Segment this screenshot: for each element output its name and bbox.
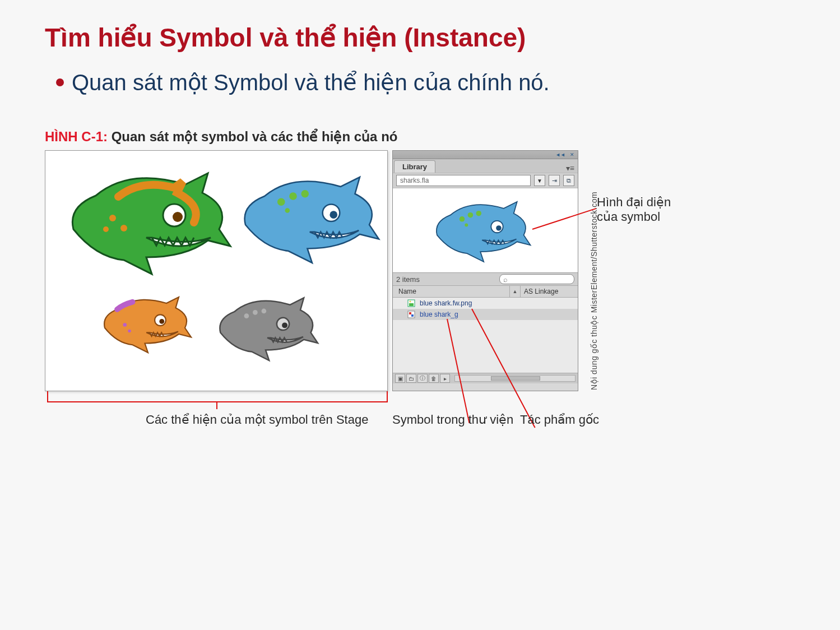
bullet-dot-icon [56, 78, 64, 86]
svg-point-4 [103, 226, 109, 232]
figure-caption: HÌNH C-1: Quan sát một symbol và các thể… [45, 129, 795, 145]
library-column-headers: Name ▲ AS Linkage [393, 286, 578, 298]
svg-point-9 [301, 190, 309, 198]
sort-arrow-icon[interactable]: ▲ [510, 286, 521, 297]
bracket-stage-stem [216, 401, 217, 409]
document-name-field[interactable]: sharks.fla [396, 175, 531, 186]
svg-point-23 [468, 212, 474, 218]
svg-point-12 [159, 319, 164, 324]
annotation-preview-line1: Hình đại diện [597, 195, 671, 210]
properties-icon[interactable]: ⓘ [417, 374, 428, 383]
new-library-icon[interactable]: ⧉ [563, 175, 574, 186]
panel-topbar: ◄◄ ✕ [393, 151, 578, 159]
svg-point-18 [253, 310, 258, 315]
page-title: Tìm hiểu Symbol và thể hiện (Instance) [45, 22, 795, 53]
panel-bottom-toolbar: ▣ 🗀 ⓘ 🗑 ▸ [393, 373, 578, 383]
svg-point-10 [285, 208, 290, 213]
play-icon[interactable]: ▸ [440, 374, 450, 383]
collapse-icon[interactable]: ◄◄ [555, 152, 565, 158]
bitmap-icon [407, 299, 415, 307]
close-icon[interactable]: ✕ [570, 152, 574, 158]
svg-point-16 [282, 322, 287, 328]
delete-icon[interactable]: 🗑 [429, 374, 439, 383]
svg-point-13 [123, 323, 127, 327]
library-tab[interactable]: Library [394, 160, 435, 173]
svg-rect-31 [411, 314, 414, 317]
svg-point-6 [329, 211, 337, 219]
bullet-row: Quan sát một Symbol và thể hiện của chín… [56, 70, 795, 95]
image-credit: Nội dung gốc thuộc MisterElement/Shutter… [590, 192, 598, 390]
library-item[interactable]: blue shark.fw.png [393, 298, 578, 309]
svg-point-3 [120, 225, 127, 231]
svg-point-19 [262, 309, 267, 314]
panel-tab-row: Library ▾≡ [393, 159, 578, 173]
svg-point-17 [244, 313, 249, 318]
document-dropdown-icon[interactable]: ▼ [534, 175, 545, 186]
new-symbol-icon[interactable]: ▣ [395, 374, 405, 383]
svg-rect-27 [409, 303, 414, 306]
library-item-label: blue shark.fw.png [420, 299, 472, 307]
svg-point-7 [277, 198, 285, 206]
preview-shark-svg [412, 191, 558, 270]
bullet-text: Quan sát một Symbol và thể hiện của chín… [72, 70, 550, 95]
column-name-header[interactable]: Name [393, 286, 510, 297]
stage-area [45, 150, 388, 391]
svg-rect-30 [409, 312, 411, 314]
svg-point-1 [173, 212, 183, 222]
svg-point-21 [496, 225, 502, 231]
column-linkage-header[interactable]: AS Linkage [521, 286, 578, 297]
new-folder-icon[interactable]: 🗀 [406, 374, 416, 383]
graphic-symbol-icon [407, 311, 415, 318]
library-item[interactable]: blue shark_g [393, 309, 578, 320]
bracket-stage [47, 391, 388, 402]
figure-wrap: ◄◄ ✕ Library ▾≡ sharks.fla ▼ ⇥ ⧉ [45, 150, 796, 442]
figure-description: Quan sát một symbol và các thể hiện của … [112, 129, 398, 144]
search-icon: ⌕ [503, 275, 508, 284]
annotation-preview: Hình đại diện của symbol [597, 195, 671, 224]
pin-library-icon[interactable]: ⇥ [549, 175, 560, 186]
library-panel: ◄◄ ✕ Library ▾≡ sharks.fla ▼ ⇥ ⧉ [392, 150, 578, 391]
svg-point-28 [410, 301, 411, 303]
svg-point-2 [109, 215, 116, 221]
annotation-artwork: Tác phẩm gốc [520, 413, 599, 427]
annotation-symbol: Symbol trong thư viện [392, 413, 513, 427]
annotation-preview-line2: của symbol [597, 210, 671, 224]
svg-point-25 [465, 224, 468, 227]
panel-options-icon[interactable]: ▾≡ [566, 164, 574, 173]
library-search-input[interactable]: ⌕ [499, 274, 574, 284]
svg-point-22 [460, 216, 465, 222]
items-count-row: 2 items ⌕ [393, 273, 578, 286]
annotation-stage: Các thể hiện của một symbol trên Stage [146, 413, 368, 427]
panel-file-row: sharks.fla ▼ ⇥ ⧉ [393, 173, 578, 188]
horizontal-scrollbar[interactable] [454, 375, 576, 382]
symbol-preview [393, 188, 578, 273]
library-item-label: blue shark_g [420, 311, 458, 318]
svg-point-24 [476, 211, 482, 216]
svg-point-8 [289, 192, 297, 200]
figure-code: HÌNH C-1: [45, 129, 108, 144]
svg-point-14 [128, 330, 131, 333]
stage-sharks-svg [45, 151, 387, 391]
items-count-label: 2 items [396, 275, 420, 284]
